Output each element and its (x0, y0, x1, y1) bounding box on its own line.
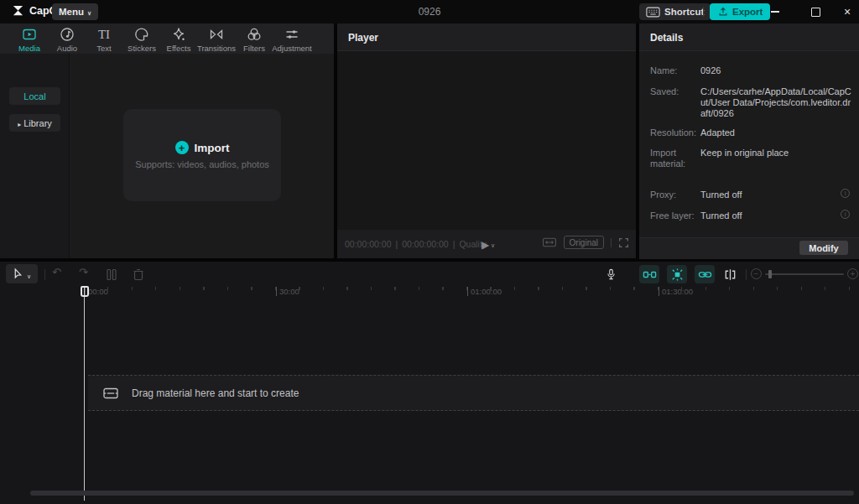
tab-label: Text (85, 44, 123, 53)
ruler-label: 30:00 (276, 287, 299, 296)
current-time: 00:00:00:00 (345, 239, 391, 249)
sidebar-item-library[interactable]: Library (9, 114, 60, 132)
tab-text[interactable]: TI Text (85, 26, 123, 53)
capcut-app-window: CapCut Menu 0926 Shortcut Export (0, 0, 859, 504)
titlebar-separator (703, 7, 704, 17)
record-voiceover-button[interactable] (601, 265, 621, 283)
minimize-icon (771, 11, 779, 12)
player-controls-right: Original (542, 236, 629, 249)
playhead-handle[interactable] (81, 286, 89, 297)
zoom-out-button[interactable]: − (751, 268, 762, 279)
detail-value-saved: C:/Users/carhe/AppData/Local/CapCut/User… (700, 86, 853, 119)
detail-label-free-layer: Free layer: (650, 210, 699, 221)
detail-value-import-material: Keep in original place (700, 148, 853, 158)
sidebar-item-local[interactable]: Local (9, 87, 60, 105)
import-hint: Supports: videos, audios, photos (135, 159, 269, 169)
ruler-label: 01:30:00 (659, 287, 693, 296)
modify-button[interactable]: Modify (799, 241, 848, 255)
player-viewport[interactable] (337, 51, 636, 230)
tab-label: Audio (48, 44, 86, 53)
link-icon (698, 268, 712, 282)
chevron-down-icon (491, 239, 495, 249)
magnet-icon (643, 268, 657, 282)
audio-icon (48, 26, 86, 43)
split-button[interactable] (106, 268, 117, 281)
playhead-line[interactable] (84, 287, 85, 501)
detail-label-proxy: Proxy: (650, 190, 699, 200)
undo-button[interactable] (52, 266, 61, 278)
maximize-icon (811, 8, 820, 17)
microphone-icon (605, 268, 617, 282)
shortcut-button[interactable]: Shortcut (639, 3, 711, 20)
plus-icon: + (175, 141, 189, 154)
chevron-down-icon (87, 7, 91, 17)
drag-hint: Drag material here and start to create (132, 387, 299, 399)
media-icon (10, 26, 49, 43)
local-label: Local (23, 91, 45, 101)
delete-button[interactable] (133, 268, 144, 281)
auto-snapping-toggle[interactable] (667, 265, 687, 283)
adjustment-icon (268, 26, 315, 43)
import-label: Import (195, 142, 230, 154)
close-button[interactable]: × (833, 0, 859, 23)
timeline-ruler[interactable]: 00:00 30:00 01:00:00 01:30:00 (0, 286, 859, 298)
timeline-toolbar: − + (0, 262, 859, 287)
fullscreen-icon[interactable] (618, 237, 629, 248)
zoom-in-button[interactable]: + (847, 268, 858, 279)
toolbar-separator (746, 269, 747, 280)
shortcut-label: Shortcut (664, 7, 704, 17)
cursor-tool-button[interactable] (6, 264, 38, 283)
timeline-horizontal-scrollbar[interactable] (30, 491, 854, 496)
preview-axis-toggle[interactable] (720, 265, 740, 283)
details-panel: Details Name: 0926 Saved: C:/Users/carhe… (639, 23, 859, 258)
detail-label-import-material: Import material: (650, 148, 699, 169)
chevron-down-icon (27, 267, 31, 282)
adapt-icon[interactable] (542, 236, 557, 248)
total-time: 00:00:00:00 (402, 239, 448, 249)
tab-label: Media (10, 44, 49, 53)
media-panel: Media Audio TI Text Stickers (0, 23, 334, 258)
detail-value-free-layer: Turned off (700, 210, 853, 221)
player-panel: Player 00:00:00:00 | 00:00:00:00 | Quali… (337, 23, 636, 258)
tab-media[interactable]: Media (10, 26, 49, 53)
cursor-icon (13, 268, 23, 280)
info-icon[interactable]: i (841, 189, 850, 198)
timeline-dropzone[interactable]: Drag material here and start to create (88, 375, 859, 411)
tab-effects[interactable]: Effects (159, 26, 198, 53)
info-icon[interactable]: i (841, 210, 850, 219)
media-tabbar: Media Audio TI Text Stickers (0, 23, 334, 54)
linkage-toggle[interactable] (695, 265, 715, 283)
titlebar: CapCut Menu 0926 Shortcut Export (0, 0, 859, 23)
preview-axis-icon (723, 268, 737, 282)
keyboard-icon (646, 7, 660, 18)
tab-stickers[interactable]: Stickers (122, 26, 161, 53)
menu-button[interactable]: Menu (52, 3, 98, 20)
time-display: 00:00:00:00 | 00:00:00:00 | Quality (345, 239, 495, 249)
time-separator: | (453, 239, 456, 249)
import-button[interactable]: + Import (175, 141, 230, 154)
separator (611, 238, 612, 247)
snapping-icon (670, 268, 685, 282)
tab-label: Transitions (195, 44, 238, 53)
details-header: Details (639, 23, 859, 51)
detail-value-resolution: Adapted (700, 127, 853, 138)
detail-value-name: 0926 (700, 65, 853, 76)
details-title: Details (650, 32, 683, 44)
export-icon (717, 6, 729, 18)
main-track-magnet-toggle[interactable] (639, 265, 659, 283)
ratio-dropdown[interactable]: Original (564, 236, 604, 249)
tab-transitions[interactable]: Transitions (195, 26, 238, 53)
import-dropzone[interactable]: + Import Supports: videos, audios, photo… (123, 109, 281, 201)
export-label: Export (732, 7, 763, 17)
tab-adjustment[interactable]: Adjustment (268, 26, 315, 53)
tab-audio[interactable]: Audio (48, 26, 86, 53)
maximize-button[interactable] (801, 0, 830, 23)
play-button[interactable] (482, 236, 489, 252)
timeline-zoom-slider[interactable] (765, 273, 844, 275)
effects-icon (159, 26, 198, 43)
detail-label-saved: Saved: (650, 86, 699, 97)
minimize-button[interactable] (761, 0, 789, 23)
zoom-slider-knob[interactable] (768, 270, 772, 278)
media-sidebar: Local Library (0, 54, 70, 258)
redo-button[interactable] (79, 266, 88, 278)
